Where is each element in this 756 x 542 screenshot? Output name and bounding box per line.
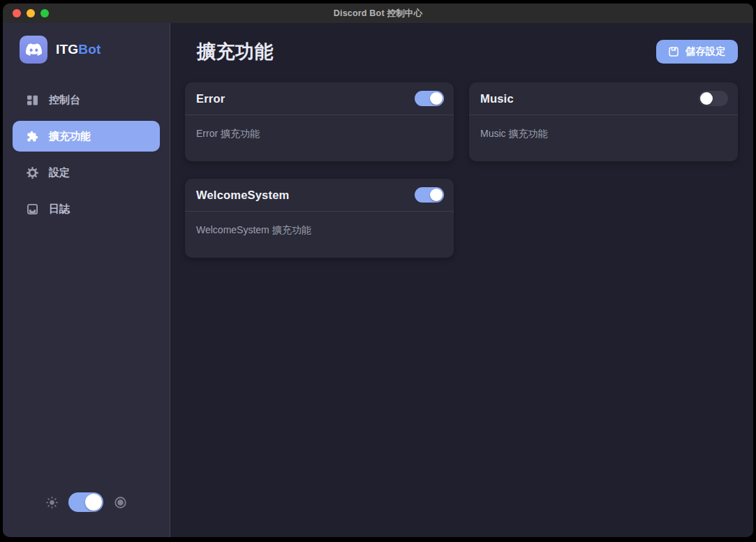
zoom-window-button[interactable]: [40, 9, 49, 17]
card-header: WelcomeSystem: [185, 179, 454, 212]
save-settings-label: 儲存設定: [685, 45, 726, 58]
sun-icon: [46, 497, 58, 508]
puzzle-piece-icon: [27, 131, 38, 142]
brand-name-primary: ITG: [56, 42, 78, 57]
sidebar-item-label: 擴充功能: [49, 130, 91, 143]
extension-name: Error: [196, 92, 225, 105]
extension-toggle-knob: [430, 92, 443, 105]
titlebar: Discord Bot 控制中心: [3, 3, 753, 23]
extension-cards: Error Error 擴充功能 Music: [185, 82, 738, 258]
sidebar-nav: 控制台 擴充功能: [3, 85, 170, 224]
extension-description: WelcomeSystem 擴充功能: [196, 224, 311, 235]
sidebar: ITGBot 控制台: [3, 23, 170, 537]
sidebar-spacer: [3, 224, 170, 492]
extension-toggle[interactable]: [699, 91, 728, 106]
sidebar-item-extensions[interactable]: 擴充功能: [13, 121, 160, 152]
gear-icon: [27, 167, 38, 179]
traffic-lights: [13, 3, 49, 23]
card-body: Error 擴充功能: [185, 115, 454, 152]
brand: ITGBot: [3, 23, 170, 64]
sidebar-item-dashboard[interactable]: 控制台: [13, 85, 160, 115]
extension-toggle[interactable]: [415, 91, 444, 106]
save-settings-button[interactable]: 儲存設定: [656, 40, 738, 64]
theme-toggle[interactable]: [68, 492, 103, 512]
extension-description: Error 擴充功能: [196, 128, 260, 139]
extension-name: Music: [480, 92, 514, 105]
window-title: Discord Bot 控制中心: [334, 8, 423, 20]
extension-description: Music 擴充功能: [480, 128, 547, 139]
extension-card-welcomesystem: WelcomeSystem WelcomeSystem 擴充功能: [185, 179, 454, 258]
discord-logo-icon: [20, 36, 47, 64]
moon-icon: [114, 496, 127, 509]
brand-name: ITGBot: [56, 42, 101, 57]
card-header: Error: [185, 82, 454, 115]
app-window: Discord Bot 控制中心 ITGBot: [3, 3, 753, 537]
sidebar-item-settings[interactable]: 設定: [13, 157, 160, 188]
card-header: Music: [469, 82, 738, 115]
card-body: WelcomeSystem 擴充功能: [185, 212, 454, 249]
card-body: Music 擴充功能: [469, 115, 738, 152]
floppy-save-icon: [668, 46, 679, 57]
extension-toggle-knob: [700, 92, 713, 105]
log-tray-icon: [27, 203, 38, 215]
main-content: 擴充功能 儲存設定 Error: [170, 23, 753, 537]
sidebar-item-logs[interactable]: 日誌: [13, 193, 160, 224]
extension-toggle-knob: [430, 189, 443, 201]
extension-toggle[interactable]: [415, 187, 444, 203]
extension-name: WelcomeSystem: [196, 189, 289, 202]
sidebar-item-label: 控制台: [49, 94, 80, 107]
close-window-button[interactable]: [13, 9, 21, 17]
theme-toggle-knob: [85, 494, 102, 511]
extension-card-error: Error Error 擴充功能: [185, 82, 454, 161]
minimize-window-button[interactable]: [27, 9, 35, 17]
brand-name-accent: Bot: [78, 42, 101, 57]
main-header: 擴充功能 儲存設定: [185, 39, 738, 64]
sidebar-item-label: 設定: [49, 166, 70, 180]
extension-card-music: Music Music 擴充功能: [469, 82, 738, 161]
page-title: 擴充功能: [197, 39, 274, 64]
sidebar-item-label: 日誌: [49, 203, 70, 216]
theme-controls: [3, 492, 170, 537]
dashboard-grid-icon: [27, 94, 38, 106]
